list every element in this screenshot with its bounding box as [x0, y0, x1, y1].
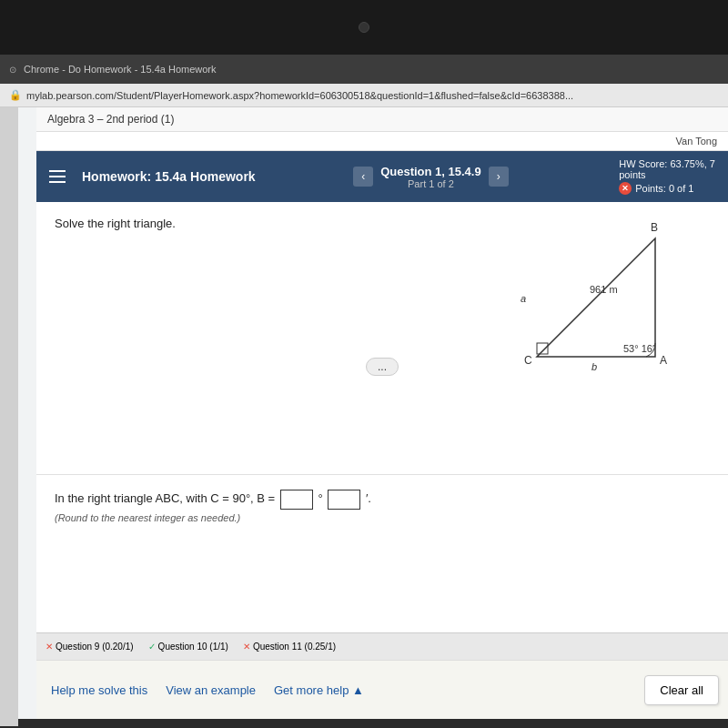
question-nav: ‹ Question 1, 15.4.9 Part 1 of 2 ›	[256, 165, 607, 189]
prev-question-button[interactable]: ‹	[353, 167, 373, 187]
svg-text:A: A	[660, 354, 667, 367]
answer-line: In the right triangle ABC, with C = 90°,…	[55, 488, 710, 510]
lock-icon: 🔒	[9, 89, 22, 101]
svg-text:C: C	[524, 354, 532, 367]
favicon-icon: ⊙	[9, 65, 16, 75]
user-info: Van Tong	[36, 132, 728, 151]
degree-symbol: °	[318, 491, 322, 505]
bottom-toolbar: Help me solve this View an example Get m…	[36, 660, 728, 719]
menu-line-3	[49, 181, 66, 183]
view-example-button[interactable]: View an example	[166, 683, 256, 697]
triangle-diagram: B A C a b 961 m 53° 16′	[482, 211, 701, 393]
nav-arrows: ‹ Question 1, 15.4.9 Part 1 of 2 ›	[353, 165, 509, 189]
x-circle-icon: ✕	[619, 182, 632, 195]
x-mark-icon: ✕	[46, 642, 53, 652]
next-question-button[interactable]: ›	[489, 167, 509, 187]
help-me-solve-button[interactable]: Help me solve this	[51, 683, 147, 697]
menu-button[interactable]	[36, 170, 78, 183]
score-section: HW Score: 63.75%, 7 points ✕ Points: 0 o…	[606, 151, 728, 202]
apostrophe: ′.	[366, 491, 371, 505]
triangle-svg: B A C a b 961 m 53° 16′	[482, 211, 682, 375]
question-label: Question 1, 15.4.9	[380, 165, 481, 178]
q-nav-label-9: Question 9 (0.20/1)	[56, 642, 134, 652]
homework-header: Homework: 15.4a Homework ‹ Question 1, 1…	[36, 151, 728, 202]
svg-text:b: b	[592, 361, 597, 372]
svg-text:961 m: 961 m	[590, 284, 618, 295]
menu-line-1	[49, 170, 66, 172]
expand-button[interactable]: ...	[366, 358, 399, 376]
q-nav-item-11[interactable]: ✕ Question 11 (0.25/1)	[243, 642, 336, 652]
homework-label: Homework:	[82, 169, 151, 184]
course-toolbar: Algebra 3 – 2nd period (1)	[36, 107, 728, 132]
question-nav-bottom: ✕ Question 9 (0.20/1) ✓ Question 10 (1/1…	[36, 632, 728, 660]
check-mark-icon: ✓	[148, 642, 156, 652]
svg-marker-0	[537, 238, 655, 357]
sidebar-strip	[0, 107, 18, 726]
hw-score: HW Score: 63.75%, 7	[619, 158, 715, 169]
answer-section: In the right triangle ABC, with C = 90°,…	[36, 475, 728, 540]
angle-degrees-input[interactable]	[280, 490, 313, 510]
course-label: Algebra 3 – 2nd period (1)	[47, 113, 174, 126]
user-name: Van Tong	[676, 136, 717, 147]
browser-window: ⊙ Chrome - Do Homework - 15.4a Homework …	[0, 55, 728, 719]
bezel-top	[0, 0, 728, 55]
problem-area: Solve the right triangle. B A C a	[36, 202, 728, 475]
clear-all-button[interactable]: Clear all	[644, 675, 719, 705]
browser-title-bar: ⊙ Chrome - Do Homework - 15.4a Homework	[0, 55, 728, 84]
svg-text:a: a	[521, 293, 526, 304]
svg-text:B: B	[651, 221, 658, 234]
points-score: Points: 0 of 1	[635, 183, 693, 194]
points-text: points	[619, 169, 715, 180]
q-nav-label-11: Question 11 (0.25/1)	[253, 642, 336, 652]
x-mark-icon-11: ✕	[243, 642, 250, 652]
svg-text:53° 16′: 53° 16′	[623, 343, 654, 354]
q-nav-item-9[interactable]: ✕ Question 9 (0.20/1)	[46, 642, 134, 652]
answer-text: In the right triangle ABC, with C = 90°,…	[55, 491, 278, 505]
url-text: mylab.pearson.com/Student/PlayerHomework…	[26, 90, 573, 101]
homework-title: Homework: 15.4a Homework	[78, 169, 256, 184]
menu-line-2	[49, 176, 66, 177]
get-more-help-button[interactable]: Get more help ▲	[274, 683, 364, 697]
points-badge: ✕ Points: 0 of 1	[619, 182, 715, 195]
camera	[359, 22, 369, 33]
round-note: (Round to the nearest integer as needed.…	[55, 510, 710, 528]
q-nav-label-10: Question 10 (1/1)	[158, 642, 228, 652]
q-nav-item-10[interactable]: ✓ Question 10 (1/1)	[148, 642, 228, 652]
part-label: Part 1 of 2	[380, 178, 481, 189]
angle-minutes-input[interactable]	[328, 490, 360, 510]
main-content: Algebra 3 – 2nd period (1) Van Tong Home…	[36, 107, 728, 719]
address-bar[interactable]: 🔒 mylab.pearson.com/Student/PlayerHomewo…	[0, 84, 728, 107]
svg-rect-1	[537, 343, 548, 354]
homework-name: 15.4a Homework	[155, 169, 256, 184]
browser-title: Chrome - Do Homework - 15.4a Homework	[24, 64, 217, 75]
